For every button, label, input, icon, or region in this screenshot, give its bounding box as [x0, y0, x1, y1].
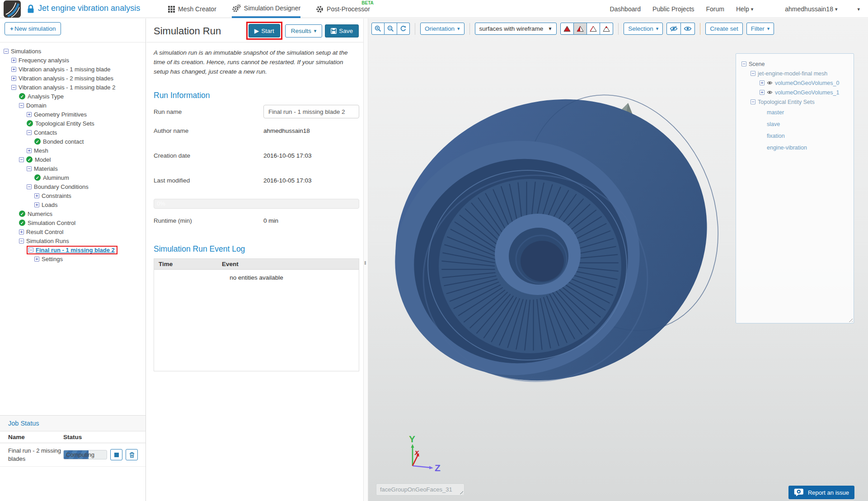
scene-item-label[interactable]: volumeOnGeoVolumes_0	[775, 80, 839, 86]
expand-icon[interactable]: +	[34, 193, 39, 198]
selection-button[interactable]: Selection▾	[624, 23, 663, 35]
account-menu-caret[interactable]: ▾	[857, 6, 860, 12]
expand-icon[interactable]: +	[34, 202, 39, 207]
scene-item-label[interactable]: jet-engine-model-final mesh	[758, 70, 827, 77]
scene-item-volumeongeovolumes-0[interactable]: +volumeOnGeoVolumes_0	[740, 78, 850, 88]
expand-icon[interactable]: +	[27, 112, 32, 117]
collapse-icon[interactable]: −	[19, 239, 24, 243]
orientation-button[interactable]: Orientation▾	[420, 23, 464, 35]
zoom-out-button[interactable]	[385, 23, 397, 35]
tree-item-vibration-analysis-1-missing-blade-2[interactable]: −Vibration analysis - 1 missing blade 2	[0, 83, 145, 92]
tree-item-analysis-type[interactable]: ✓Analysis Type	[0, 92, 145, 101]
create-set-button[interactable]: Create set	[705, 23, 742, 35]
render-points-button[interactable]	[600, 23, 613, 35]
tab-post-processor[interactable]: Post-Processor BETA	[316, 0, 370, 18]
tree-item-vibration-analysis-1-missing-blade[interactable]: +Vibration analysis - 1 missing blade	[0, 65, 145, 74]
tree-item-label[interactable]: Vibration analysis - 2 missing blades	[19, 75, 113, 82]
tree-item-simulation-control[interactable]: ✓Simulation Control	[0, 218, 145, 227]
collapse-icon[interactable]: −	[4, 49, 9, 54]
tree-item-label[interactable]: Numerics	[28, 211, 52, 217]
face-group-label[interactable]: faceGroupOnGeoFaces_31	[376, 483, 464, 496]
scene-item-topological-entity-sets[interactable]: −Topological Entity Sets	[740, 97, 850, 107]
tree-item-label[interactable]: Mesh	[34, 147, 48, 154]
nav-public-projects[interactable]: Public Projects	[652, 5, 694, 13]
tree-item-label[interactable]: Boundary Conditions	[34, 183, 89, 190]
tree-item-label[interactable]: Domain	[26, 102, 47, 109]
render-surface-wireframe-button[interactable]	[574, 23, 587, 35]
eye-icon[interactable]	[767, 90, 773, 94]
start-button[interactable]: ▶Start	[249, 24, 280, 37]
tab-mesh-creator[interactable]: Mesh Creator	[168, 0, 216, 18]
show-all-button[interactable]	[681, 23, 695, 35]
tree-item-label[interactable]: Settings	[42, 256, 63, 262]
tree-item-simulations[interactable]: −Simulations	[0, 47, 145, 56]
eye-icon[interactable]	[767, 81, 773, 85]
scene-item-label[interactable]: Topological Entity Sets	[758, 99, 815, 105]
results-button[interactable]: Results▾	[285, 24, 323, 37]
tree-item-final-run-1-missing-blade-2[interactable]: −Final run - 1 missing blade 2	[0, 245, 145, 254]
tree-item-simulation-runs[interactable]: −Simulation Runs	[0, 236, 145, 245]
tree-item-bonded-contact[interactable]: ✓Bonded contact	[0, 137, 145, 146]
collapse-icon[interactable]: −	[751, 99, 755, 104]
scene-tree-panel[interactable]: −Scene−jet-engine-model-final mesh+volum…	[736, 53, 854, 323]
scene-item-master[interactable]: master	[740, 107, 850, 118]
tree-item-aluminum[interactable]: ✓Aluminum	[0, 173, 145, 182]
tree-item-label[interactable]: Simulation Runs	[26, 238, 69, 244]
expand-icon[interactable]: +	[19, 229, 24, 234]
tree-item-constraints[interactable]: +Constraints	[0, 191, 145, 200]
nav-dashboard[interactable]: Dashboard	[610, 5, 641, 13]
tree-item-label[interactable]: Materials	[34, 165, 58, 172]
tree-item-settings[interactable]: +Settings	[0, 254, 145, 263]
expand-icon[interactable]: +	[11, 58, 16, 63]
tree-item-label[interactable]: Final run - 1 missing blade 2	[36, 247, 115, 253]
expand-icon[interactable]: +	[11, 67, 16, 72]
tree-item-label[interactable]: Geometry Primitives	[34, 111, 87, 118]
tree-item-label[interactable]: Simulations	[11, 48, 41, 55]
collapse-icon[interactable]: −	[11, 85, 16, 90]
scene-item-jet-engine-model-final-mesh[interactable]: −jet-engine-model-final mesh	[740, 69, 850, 78]
tree-item-model[interactable]: −✓Model	[0, 155, 145, 164]
expand-icon[interactable]: +	[760, 80, 765, 85]
tree-item-label[interactable]: Simulation Control	[28, 220, 75, 226]
tree-item-materials[interactable]: −Materials	[0, 164, 145, 173]
tree-item-mesh[interactable]: +Mesh	[0, 146, 145, 155]
report-issue-button[interactable]: Report an issue	[788, 486, 854, 499]
filter-button[interactable]: Filter▾	[746, 23, 774, 35]
collapse-icon[interactable]: −	[27, 184, 32, 189]
scene-item-engine-vibration[interactable]: engine-vibration	[740, 142, 850, 154]
scene-item-label[interactable]: slave	[767, 121, 780, 127]
delete-job-button[interactable]	[126, 449, 138, 460]
collapse-icon[interactable]: −	[28, 248, 33, 253]
zoom-in-button[interactable]	[371, 23, 385, 35]
collapse-icon[interactable]: −	[741, 61, 746, 66]
expand-icon[interactable]: +	[27, 148, 32, 153]
scene-item-fixation[interactable]: fixation	[740, 130, 850, 142]
stop-job-button[interactable]	[110, 449, 122, 460]
tree-item-label[interactable]: Frequency analysis	[19, 57, 69, 64]
tree-item-label[interactable]: Analysis Type	[28, 93, 64, 100]
collapse-icon[interactable]: −	[19, 157, 24, 162]
tree-item-result-control[interactable]: +Result Control	[0, 227, 145, 236]
save-button[interactable]: Save	[325, 24, 359, 37]
simscale-logo-icon[interactable]	[4, 0, 21, 18]
visibility-toggle[interactable]	[767, 81, 773, 85]
tree-item-label[interactable]: Model	[35, 156, 51, 163]
tree-item-boundary-conditions[interactable]: −Boundary Conditions	[0, 182, 145, 191]
render-solid-button[interactable]	[560, 23, 574, 35]
tree-item-label[interactable]: Contacts	[34, 129, 57, 136]
tree-item-frequency-analysis[interactable]: +Frequency analysis	[0, 56, 145, 65]
visibility-toggle[interactable]	[767, 90, 773, 94]
new-simulation-button[interactable]: +New simulation	[5, 22, 61, 35]
run-name-input[interactable]	[263, 105, 359, 118]
collapse-icon[interactable]: −	[751, 71, 755, 76]
tree-item-domain[interactable]: −Domain	[0, 101, 145, 110]
tree-item-label[interactable]: Topological Entity Sets	[35, 120, 94, 127]
tree-item-label[interactable]: Result Control	[26, 229, 63, 235]
hide-selected-button[interactable]	[666, 23, 681, 35]
tree-item-vibration-analysis-2-missing-blades[interactable]: +Vibration analysis - 2 missing blades	[0, 74, 145, 83]
tree-item-label[interactable]: Loads	[42, 201, 57, 208]
tree-item-label[interactable]: Constraints	[42, 192, 71, 199]
tree-item-label[interactable]: Bonded contact	[43, 138, 84, 145]
panel-splitter[interactable]: ‖	[363, 19, 368, 501]
scene-item-label[interactable]: Scene	[749, 61, 765, 67]
